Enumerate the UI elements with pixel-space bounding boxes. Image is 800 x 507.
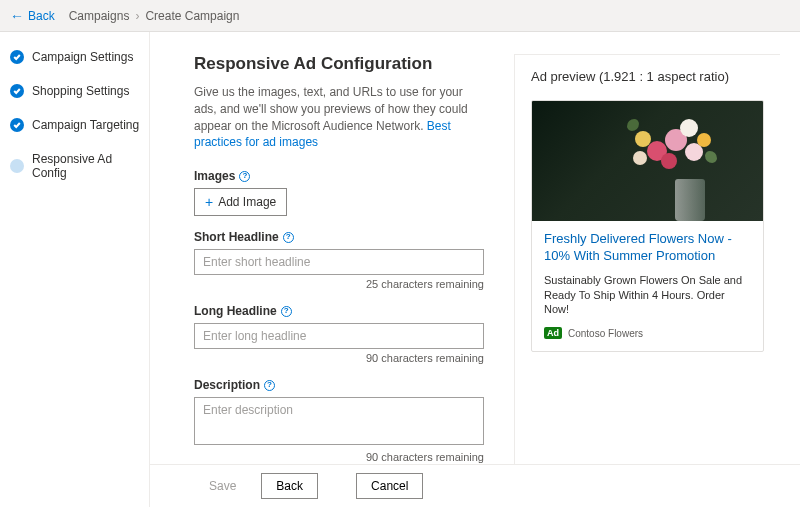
- short-headline-remaining: 25 characters remaining: [194, 278, 484, 290]
- info-icon[interactable]: ?: [239, 171, 250, 182]
- step-responsive-ad-config[interactable]: Responsive Ad Config: [10, 152, 149, 180]
- info-icon[interactable]: ?: [281, 306, 292, 317]
- preview-headline: Freshly Delivered Flowers Now - 10% With…: [544, 231, 751, 265]
- step-label: Campaign Targeting: [32, 118, 139, 132]
- check-circle-icon: [10, 84, 24, 98]
- add-image-button[interactable]: + Add Image: [194, 188, 287, 216]
- images-field: Images ? + Add Image: [194, 169, 484, 216]
- step-label: Responsive Ad Config: [32, 152, 149, 180]
- page-title: Responsive Ad Configuration: [194, 54, 484, 74]
- ad-preview-card: Freshly Delivered Flowers Now - 10% With…: [531, 100, 764, 352]
- step-label: Campaign Settings: [32, 50, 133, 64]
- step-label: Shopping Settings: [32, 84, 129, 98]
- preview-column: Ad preview (1.921 : 1 aspect ratio): [514, 54, 780, 507]
- step-sidebar: Campaign Settings Shopping Settings Camp…: [0, 32, 150, 507]
- arrow-left-icon: ←: [10, 9, 24, 23]
- ad-badge: Ad: [544, 327, 562, 339]
- breadcrumb-campaigns[interactable]: Campaigns: [69, 9, 130, 23]
- images-label: Images: [194, 169, 235, 183]
- back-button[interactable]: Back: [261, 473, 318, 499]
- page-subtext: Give us the images, text, and URLs to us…: [194, 84, 484, 151]
- preview-description: Sustainably Grown Flowers On Sale and Re…: [544, 273, 751, 318]
- long-headline-remaining: 90 characters remaining: [194, 352, 484, 364]
- info-icon[interactable]: ?: [264, 380, 275, 391]
- short-headline-label: Short Headline: [194, 230, 279, 244]
- long-headline-input[interactable]: [194, 323, 484, 349]
- add-image-label: Add Image: [218, 195, 276, 209]
- preview-brand-row: Ad Contoso Flowers: [544, 327, 751, 339]
- vase-icon: [675, 179, 705, 221]
- back-label: Back: [28, 9, 55, 23]
- form-column: Responsive Ad Configuration Give us the …: [194, 54, 484, 507]
- check-circle-icon: [10, 118, 24, 132]
- current-step-icon: [10, 159, 24, 173]
- breadcrumb-create-campaign: Create Campaign: [145, 9, 239, 23]
- breadcrumb: Campaigns › Create Campaign: [69, 9, 240, 23]
- cancel-button[interactable]: Cancel: [356, 473, 423, 499]
- main-content: Responsive Ad Configuration Give us the …: [150, 32, 800, 507]
- step-campaign-targeting[interactable]: Campaign Targeting: [10, 118, 149, 132]
- preview-title: Ad preview (1.921 : 1 aspect ratio): [531, 69, 764, 84]
- chevron-right-icon: ›: [135, 9, 139, 23]
- plus-icon: +: [205, 194, 213, 210]
- long-headline-field: Long Headline ? 90 characters remaining: [194, 304, 484, 364]
- step-shopping-settings[interactable]: Shopping Settings: [10, 84, 149, 98]
- preview-brand-name: Contoso Flowers: [568, 328, 643, 339]
- info-icon[interactable]: ?: [283, 232, 294, 243]
- preview-image: [532, 101, 763, 221]
- save-button[interactable]: Save: [194, 473, 251, 499]
- description-remaining: 90 characters remaining: [194, 451, 484, 463]
- description-label: Description: [194, 378, 260, 392]
- footer-bar: Save Back Cancel: [150, 464, 800, 507]
- short-headline-input[interactable]: [194, 249, 484, 275]
- description-field: Description ? 90 characters remaining: [194, 378, 484, 463]
- top-bar: ← Back Campaigns › Create Campaign: [0, 0, 800, 32]
- description-input[interactable]: [194, 397, 484, 445]
- back-link[interactable]: ← Back: [10, 9, 55, 23]
- short-headline-field: Short Headline ? 25 characters remaining: [194, 230, 484, 290]
- step-campaign-settings[interactable]: Campaign Settings: [10, 50, 149, 64]
- check-circle-icon: [10, 50, 24, 64]
- long-headline-label: Long Headline: [194, 304, 277, 318]
